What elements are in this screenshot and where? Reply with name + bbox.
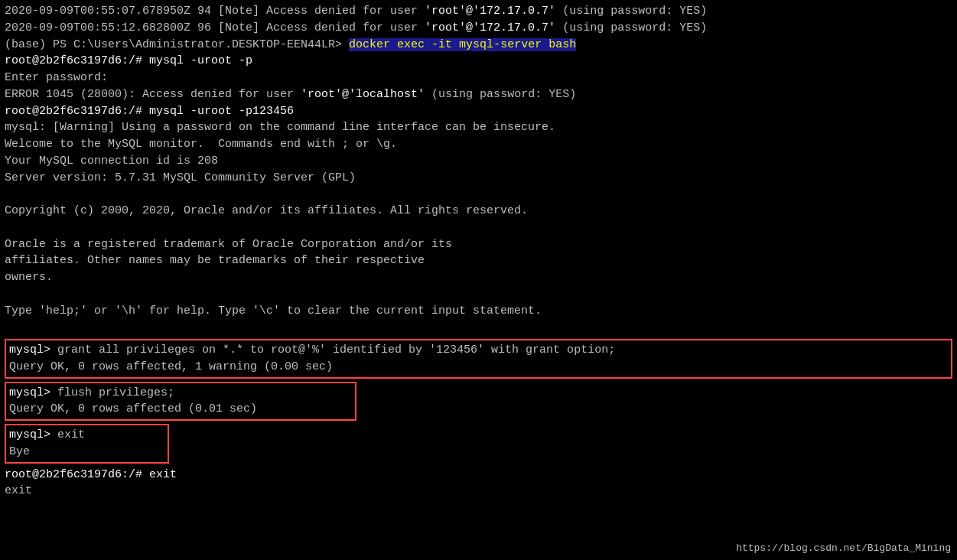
connection-id-line: Your MySQL connection id is 208 (5, 153, 952, 170)
enter-password-line: Enter password: (5, 70, 952, 86)
flush-block: mysql> flush privileges; Query OK, 0 row… (5, 382, 356, 422)
log-line-2: 2020-09-09T00:55:12.682800Z 96 [Note] Ac… (5, 20, 952, 37)
watermark: https://blog.csdn.net/BigData_Mining (736, 542, 951, 554)
oracle-line-3: owners. (5, 269, 952, 286)
exit-command-line: mysql> exit (9, 427, 164, 444)
root-exit-line: root@2b2f6c3197d6:/# exit (5, 467, 952, 483)
terminal: 2020-09-09T00:55:07.678950Z 94 [Note] Ac… (0, 0, 957, 560)
docker-exec-line: (base) PS C:\Users\Administrator.DESKTOP… (5, 37, 952, 54)
oracle-line-2: affiliates. Other names may be trademark… (5, 252, 952, 269)
blank-1 (5, 186, 952, 203)
blank-2 (5, 220, 952, 236)
mysql-login-line: root@2b2f6c3197d6:/# mysql -uroot -p (5, 53, 952, 70)
grant-result-line: Query OK, 0 rows affected, 1 warning (0.… (9, 359, 948, 376)
help-hint-line: Type 'help;' or '\h' for help. Type '\c'… (5, 303, 952, 320)
server-version-line: Server version: 5.7.31 MySQL Community S… (5, 170, 952, 187)
mysql-login-p123456: root@2b2f6c3197d6:/# mysql -uroot -p1234… (5, 103, 952, 120)
warning-line: mysql: [Warning] Using a password on the… (5, 119, 952, 136)
oracle-line-1: Oracle is a registered trademark of Orac… (5, 236, 952, 253)
flush-command-line: mysql> flush privileges; (9, 385, 352, 402)
grant-block: mysql> grant all privileges on *.* to ro… (5, 339, 952, 379)
copyright-line: Copyright (c) 2000, 2020, Oracle and/or … (5, 203, 952, 220)
blank-3 (5, 286, 952, 303)
docker-command: docker exec -it mysql-server bash (349, 38, 576, 51)
welcome-line: Welcome to the MySQL monitor. Commands e… (5, 136, 952, 153)
exit-block: mysql> exit Bye (5, 424, 169, 464)
blank-4 (5, 319, 952, 336)
bye-line: Bye (9, 444, 164, 461)
final-exit-line: exit (5, 483, 952, 500)
flush-result-line: Query OK, 0 rows affected (0.01 sec) (9, 401, 352, 418)
error-1045-line: ERROR 1045 (28000): Access denied for us… (5, 86, 952, 103)
grant-command-line: mysql> grant all privileges on *.* to ro… (9, 342, 948, 359)
ps-prompt: (base) PS C:\Users\Administrator.DESKTOP… (5, 38, 342, 51)
log-line-1: 2020-09-09T00:55:07.678950Z 94 [Note] Ac… (5, 3, 952, 20)
